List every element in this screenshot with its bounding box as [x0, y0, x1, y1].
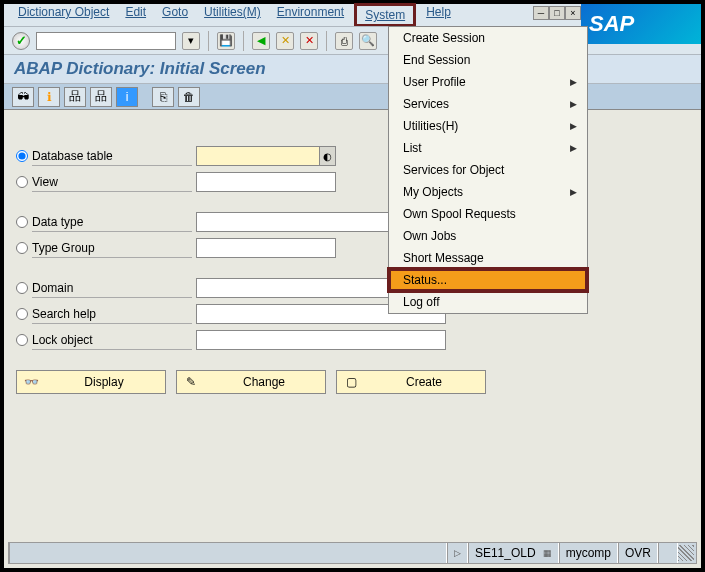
- change-label: Change: [209, 375, 319, 389]
- f4-help-icon[interactable]: ◐: [319, 147, 335, 165]
- menu-item-own-jobs[interactable]: Own Jobs: [389, 225, 587, 247]
- pencil-icon: ✎: [183, 375, 199, 389]
- label-domain: Domain: [32, 279, 192, 298]
- status-tcode: SE11_OLD▦: [468, 543, 559, 563]
- input-database-table[interactable]: ◐: [196, 146, 336, 166]
- radio-database-table[interactable]: [16, 150, 28, 162]
- label-database-table: Database table: [32, 147, 192, 166]
- submenu-arrow-icon: ▶: [570, 187, 577, 197]
- radio-search-help[interactable]: [16, 308, 28, 320]
- submenu-arrow-icon: ▶: [570, 143, 577, 153]
- label-lock-object: Lock object: [32, 331, 192, 350]
- menu-item-user-profile[interactable]: User Profile▶: [389, 71, 587, 93]
- submenu-arrow-icon: ▶: [570, 99, 577, 109]
- main-area: Database table ◐ View Data type Type Gro…: [4, 110, 701, 490]
- window-controls: ─ □ ×: [533, 6, 581, 20]
- submenu-arrow-icon: ▶: [570, 121, 577, 131]
- display-label: Display: [49, 375, 159, 389]
- change-button[interactable]: ✎Change: [176, 370, 326, 394]
- status-mode: OVR: [618, 543, 658, 563]
- dropdown-icon[interactable]: ▾: [182, 32, 200, 50]
- input-view[interactable]: [196, 172, 336, 192]
- menu-utilitiesm[interactable]: Utilities(M): [198, 3, 267, 27]
- label-search-help: Search help: [32, 305, 192, 324]
- print-icon[interactable]: ⎙: [335, 32, 353, 50]
- input-lock-object[interactable]: [196, 330, 446, 350]
- menu-system[interactable]: System: [354, 3, 416, 27]
- input-type-group[interactable]: [196, 238, 336, 258]
- glasses-icon: 👓: [23, 375, 39, 389]
- label-view: View: [32, 173, 192, 192]
- info2-icon[interactable]: i: [116, 87, 138, 107]
- maximize-button[interactable]: □: [549, 6, 565, 20]
- label-data-type: Data type: [32, 213, 192, 232]
- menu-item-log-off[interactable]: Log off: [389, 291, 587, 313]
- execute-icon[interactable]: 🕶: [12, 87, 34, 107]
- info-icon[interactable]: ℹ: [38, 87, 60, 107]
- page-title: ABAP Dictionary: Initial Screen: [4, 54, 701, 84]
- menu-dictionaryobject[interactable]: Dictionary Object: [12, 3, 115, 27]
- cancel-icon[interactable]: ✕: [300, 32, 318, 50]
- minimize-button[interactable]: ─: [533, 6, 549, 20]
- menu-item-utilities-h-[interactable]: Utilities(H)▶: [389, 115, 587, 137]
- system-menu-dropdown: Create SessionEnd SessionUser Profile▶Se…: [388, 26, 588, 314]
- resize-grip[interactable]: [678, 545, 694, 561]
- label-type-group: Type Group: [32, 239, 192, 258]
- status-system: mycomp: [559, 543, 618, 563]
- radio-type-group[interactable]: [16, 242, 28, 254]
- menu-item-services-for-object[interactable]: Services for Object: [389, 159, 587, 181]
- menu-help[interactable]: Help: [420, 3, 457, 27]
- display-button[interactable]: 👓Display: [16, 370, 166, 394]
- hierarchy-icon[interactable]: 品: [64, 87, 86, 107]
- close-button[interactable]: ×: [565, 6, 581, 20]
- exit-icon[interactable]: ✕: [276, 32, 294, 50]
- radio-data-type[interactable]: [16, 216, 28, 228]
- menu-item-my-objects[interactable]: My Objects▶: [389, 181, 587, 203]
- menu-environment[interactable]: Environment: [271, 3, 350, 27]
- application-toolbar: 🕶 ℹ 品 品 i ⎘ 🗑: [4, 84, 701, 110]
- enter-icon[interactable]: ✓: [12, 32, 30, 50]
- menu-item-end-session[interactable]: End Session: [389, 49, 587, 71]
- find-icon[interactable]: 🔍: [359, 32, 377, 50]
- radio-domain[interactable]: [16, 282, 28, 294]
- create-button[interactable]: ▢Create: [336, 370, 486, 394]
- delete-icon[interactable]: 🗑: [178, 87, 200, 107]
- menu-item-create-session[interactable]: Create Session: [389, 27, 587, 49]
- hierarchy2-icon[interactable]: 品: [90, 87, 112, 107]
- sap-logo: SAP: [581, 4, 701, 44]
- save-icon[interactable]: 💾: [217, 32, 235, 50]
- menu-goto[interactable]: Goto: [156, 3, 194, 27]
- submenu-arrow-icon: ▶: [570, 77, 577, 87]
- status-bar: ▷ SE11_OLD▦ mycomp OVR: [8, 542, 697, 564]
- menubar: Dictionary ObjectEditGotoUtilities(M)Env…: [4, 4, 701, 26]
- menu-item-services[interactable]: Services▶: [389, 93, 587, 115]
- back-icon[interactable]: ◀: [252, 32, 270, 50]
- copy-icon[interactable]: ⎘: [152, 87, 174, 107]
- menu-item-own-spool-requests[interactable]: Own Spool Requests: [389, 203, 587, 225]
- menu-edit[interactable]: Edit: [119, 3, 152, 27]
- document-icon: ▢: [343, 375, 359, 389]
- radio-lock-object[interactable]: [16, 334, 28, 346]
- command-field[interactable]: [36, 32, 176, 50]
- status-nav[interactable]: ▷: [447, 543, 468, 563]
- create-label: Create: [369, 375, 479, 389]
- radio-view[interactable]: [16, 176, 28, 188]
- menu-item-list[interactable]: List▶: [389, 137, 587, 159]
- menu-item-short-message[interactable]: Short Message: [389, 247, 587, 269]
- menu-item-status---[interactable]: Status...: [389, 269, 587, 291]
